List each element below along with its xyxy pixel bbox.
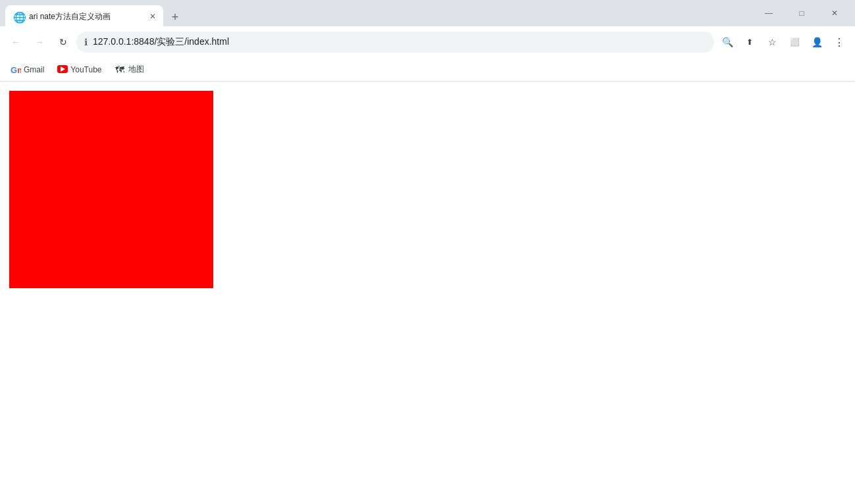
- tab-favicon: 🌐: [13, 11, 24, 22]
- browser-chrome: 🌐 ari nate方法自定义动画 ✕ + — □ ✕ ← →: [0, 0, 855, 82]
- youtube-label: YouTube: [70, 65, 101, 74]
- zoom-icon: 🔍: [722, 37, 733, 47]
- bookmark-button[interactable]: ☆: [762, 32, 783, 53]
- split-view-icon: ⬜: [790, 38, 800, 47]
- maps-icon: 🗺: [115, 64, 126, 75]
- bookmark-star-icon: ☆: [768, 37, 777, 47]
- tab-title: ari nate方法自定义动画: [29, 11, 142, 22]
- bookmarks-bar: Gmail Gmail YouTube 🗺 地图: [0, 58, 855, 82]
- profile-icon: 👤: [812, 37, 823, 47]
- reload-icon: ↻: [59, 37, 67, 47]
- bookmark-youtube[interactable]: YouTube: [52, 62, 107, 78]
- active-tab[interactable]: 🌐 ari nate方法自定义动画 ✕: [5, 5, 163, 28]
- svg-text:Gmail: Gmail: [11, 65, 21, 75]
- red-box: [9, 91, 213, 288]
- more-options-icon: ⋮: [834, 36, 844, 49]
- bookmark-gmail[interactable]: Gmail Gmail: [5, 62, 49, 78]
- minimize-button[interactable]: —: [754, 3, 784, 24]
- new-tab-button[interactable]: +: [166, 8, 184, 26]
- maximize-icon: □: [799, 9, 804, 18]
- navigation-bar: ← → ↻ ℹ 127.0.0.1:8848/实验三/index.html 🔍 …: [0, 26, 855, 58]
- maximize-button[interactable]: □: [787, 3, 817, 24]
- url-text: 127.0.0.1:8848/实验三/index.html: [93, 36, 706, 48]
- youtube-icon: [57, 64, 68, 75]
- reload-button[interactable]: ↻: [53, 32, 74, 53]
- zoom-button[interactable]: 🔍: [717, 32, 738, 53]
- close-button[interactable]: ✕: [819, 3, 850, 24]
- split-view-button[interactable]: ⬜: [784, 32, 805, 53]
- share-button[interactable]: ⬆: [739, 32, 760, 53]
- tabs-area: 🌐 ari nate方法自定义动画 ✕ +: [5, 0, 754, 26]
- window-controls: — □ ✕: [754, 3, 850, 24]
- close-icon: ✕: [831, 9, 838, 18]
- maps-label: 地图: [128, 64, 144, 75]
- back-icon: ←: [11, 37, 20, 47]
- toolbar-right: 🔍 ⬆ ☆ ⬜ 👤 ⋮: [717, 32, 850, 53]
- security-icon: ℹ: [84, 37, 88, 47]
- forward-button[interactable]: →: [29, 32, 50, 53]
- forward-icon: →: [35, 37, 44, 47]
- tab-close-button[interactable]: ✕: [147, 11, 158, 22]
- address-bar[interactable]: ℹ 127.0.0.1:8848/实验三/index.html: [76, 32, 714, 53]
- minimize-icon: —: [765, 9, 773, 18]
- share-icon: ⬆: [746, 38, 753, 47]
- new-tab-icon: +: [172, 11, 179, 24]
- page-content: [0, 82, 855, 504]
- more-options-button[interactable]: ⋮: [829, 32, 850, 53]
- gmail-icon: Gmail: [11, 64, 21, 75]
- profile-button[interactable]: 👤: [806, 32, 827, 53]
- back-button[interactable]: ←: [5, 32, 26, 53]
- title-bar: 🌐 ari nate方法自定义动画 ✕ + — □ ✕: [0, 0, 855, 26]
- gmail-label: Gmail: [24, 65, 44, 74]
- bookmark-maps[interactable]: 🗺 地图: [110, 61, 149, 78]
